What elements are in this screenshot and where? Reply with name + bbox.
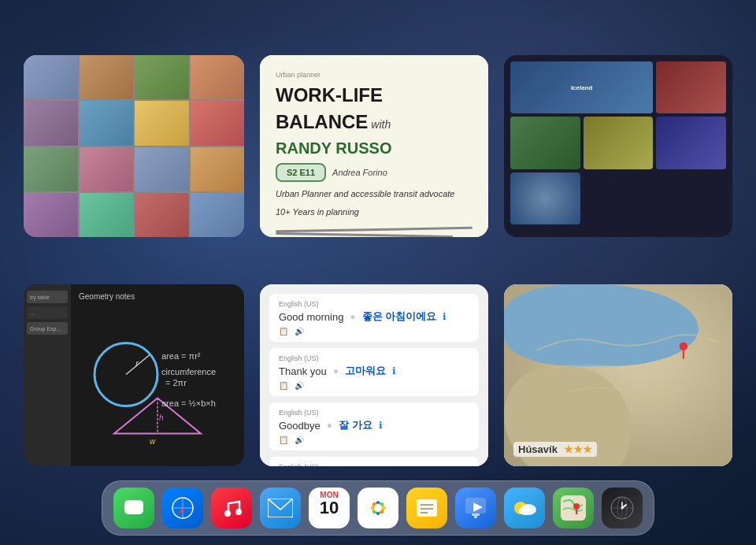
dock-icon-worldclock[interactable] — [602, 488, 643, 528]
calculator-sidebar: try table ... Group Exp... — [24, 284, 71, 466]
dock-icon-weather[interactable] — [504, 488, 545, 528]
map-city-name: Húsavík — [518, 443, 558, 455]
dock-icon-mail[interactable] — [260, 488, 301, 528]
app-card-photos[interactable]: Photos — [24, 55, 244, 237]
photo-cell — [191, 193, 245, 237]
dock-icon-keynote[interactable] — [455, 488, 496, 528]
app-card-maps[interactable]: Maps Húsavík Húsavík — [504, 284, 732, 466]
calc-sidebar-item: try table — [27, 291, 68, 303]
notes-headline: WORK-LIFE — [276, 85, 383, 106]
translate-lang: English (US) — [279, 409, 469, 417]
svg-marker-33 — [178, 506, 184, 513]
photo-cell — [135, 55, 189, 99]
keynote-slide — [656, 117, 726, 169]
translate-info-icon: ℹ — [392, 365, 396, 376]
calc-drawing-area: r h w area = πr² circumference = 2πr are… — [79, 307, 236, 458]
dock-icon-photos[interactable] — [358, 488, 398, 528]
svg-point-35 — [235, 509, 242, 515]
svg-rect-53 — [474, 516, 477, 518]
dock-icon-safari[interactable] — [162, 488, 203, 528]
calculator-content: try table ... Group Exp... Geometry note… — [24, 284, 244, 466]
translate-target: 잘 가요 — [339, 418, 372, 432]
translate-speaker-icon: 🔊 — [295, 381, 304, 390]
translate-action-icons: 📋 🔊 — [279, 327, 469, 336]
maps-content: Húsavík ★★★ — [504, 284, 732, 466]
photo-cell — [80, 193, 134, 237]
svg-point-45 — [374, 504, 382, 512]
translate-info-icon: ℹ — [443, 311, 447, 322]
calculator-main: Geometry notes r h w — [71, 284, 244, 466]
notes-body1: Urban Planner and accessible transit adv… — [276, 188, 472, 200]
svg-text:= 2πr: = 2πr — [165, 378, 187, 387]
photo-cell — [24, 101, 78, 145]
map-location-label: Húsavík ★★★ — [513, 442, 597, 457]
svg-rect-46 — [417, 499, 437, 517]
calendar-day-label: 10 — [320, 499, 339, 517]
photo-cell — [135, 101, 189, 145]
calc-note-title: Geometry notes — [79, 292, 236, 301]
notes-content: Urban planner WORK-LIFE BALANCE with RAN… — [260, 55, 488, 237]
svg-point-34 — [224, 510, 231, 517]
photo-cell — [135, 147, 189, 191]
translate-speaker-icon: 🔊 — [295, 327, 304, 336]
translate-lang: English (US) — [279, 300, 469, 308]
svg-rect-58 — [561, 495, 586, 521]
keynote-slide — [510, 117, 580, 169]
translate-target: 좋은 아침이에요 — [362, 310, 437, 324]
translate-arrow: ● — [333, 365, 339, 376]
dock-icon-notes[interactable] — [406, 488, 447, 528]
calc-sidebar-item: ... — [27, 306, 68, 319]
app-card-notes[interactable]: Notes Urban planner Urban planner WORK-L… — [260, 55, 488, 237]
photo-cell — [191, 55, 245, 99]
svg-text:h: h — [159, 413, 164, 422]
app-card-keynote[interactable]: Keynote Iceland Iceland — [504, 55, 732, 237]
notes-body2: 10+ Years in planning — [276, 206, 472, 218]
notes-headline2: BALANCE — [276, 112, 368, 132]
calc-sidebar-item: Group Exp... — [27, 322, 68, 335]
svg-point-25 — [680, 343, 687, 351]
translate-copy-icon: 📋 — [279, 436, 288, 444]
svg-point-59 — [573, 503, 580, 510]
svg-point-56 — [519, 507, 532, 515]
svg-text:area = πr²: area = πr² — [161, 351, 201, 361]
translate-content: English (US) Good morning ● 좋은 아침이에요 ℹ 📋… — [260, 284, 488, 466]
svg-text:area = ½×b×h: area = ½×b×h — [161, 399, 216, 408]
translate-copy-icon: 📋 — [279, 381, 288, 390]
translate-pair: English (US) Goodbye ● 잘 가요 ℹ 📋 🔊 — [269, 402, 479, 450]
app-card-calculator[interactable]: ± Calculator try table ... Group Exp... … — [24, 284, 244, 466]
keynote-slide — [584, 117, 654, 169]
notes-doc-title: Urban planner — [276, 71, 472, 79]
notes-with: with — [371, 118, 391, 131]
photo-cell — [24, 55, 78, 99]
dock-icon-maps[interactable] — [553, 488, 594, 528]
dock: MON 10 — [102, 480, 654, 536]
svg-point-68 — [621, 507, 624, 510]
notes-badge: S2 E11 — [276, 163, 326, 182]
translate-copy-icon: 📋 — [279, 327, 288, 336]
translate-info-icon: ℹ — [379, 420, 383, 431]
dock-icon-music[interactable] — [211, 488, 252, 528]
notes-person-name: RANDY RUSSO — [276, 139, 472, 157]
keynote-slide — [510, 172, 580, 224]
translate-arrow: ● — [350, 311, 355, 322]
app-switcher: Photos Notes Urban planner — [24, 24, 732, 466]
map-background — [504, 284, 732, 466]
photo-cell — [80, 55, 134, 99]
svg-rect-27 — [124, 500, 143, 514]
translate-lang: English (US) — [279, 463, 469, 466]
photo-cell — [80, 101, 134, 145]
svg-text:w: w — [150, 437, 156, 446]
photo-cell — [191, 101, 245, 145]
keynote-slide: Iceland — [510, 61, 653, 113]
photo-cell — [24, 147, 78, 191]
translate-pair: English (US) Good morning ● 좋은 아침이에요 ℹ 📋… — [269, 294, 479, 342]
dock-icon-calendar[interactable]: MON 10 — [309, 488, 350, 528]
translate-pair: English (US) I love you ● 사랑해요 ℹ — [269, 457, 479, 466]
dock-icon-messages[interactable] — [113, 488, 154, 528]
translate-speaker-icon: 🔊 — [295, 436, 304, 444]
photos-grid — [24, 55, 244, 237]
translate-action-icons: 📋 🔊 — [279, 436, 469, 444]
app-card-translate[interactable]: 💬 Translate English (US) Good morning ● … — [260, 284, 488, 466]
photo-cell — [191, 147, 245, 191]
translate-arrow: ● — [327, 420, 332, 431]
